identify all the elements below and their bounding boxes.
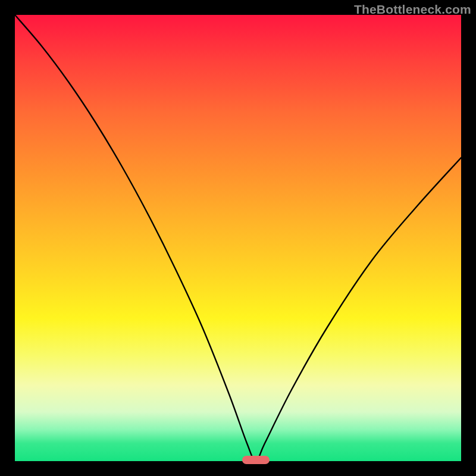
- bottleneck-curve: [15, 15, 461, 461]
- chart-frame: [15, 15, 461, 461]
- optimal-marker: [242, 456, 270, 464]
